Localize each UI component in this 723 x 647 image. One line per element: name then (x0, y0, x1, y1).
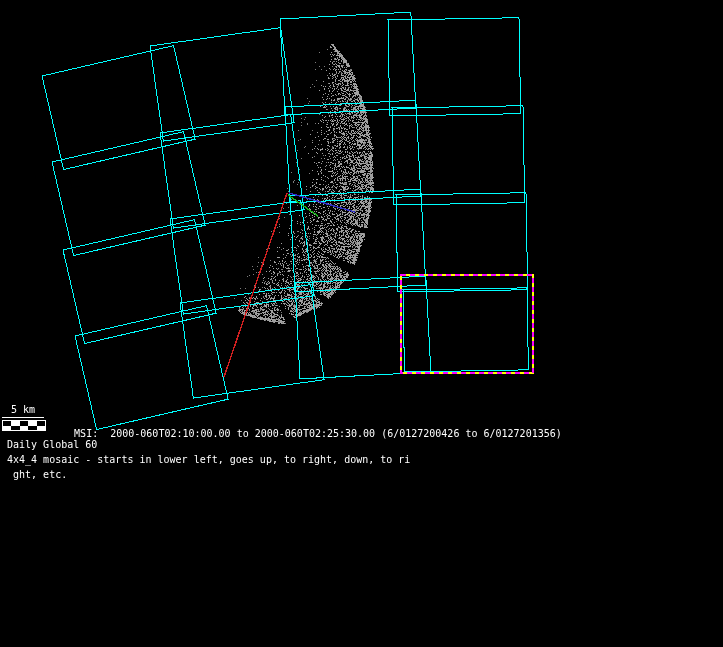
scale-bar-cell (11, 426, 19, 431)
mosaic-description-line-2: ght, etc. (7, 469, 67, 481)
mosaic-description-line-1: 4x4_4 mosaic - starts in lower left, goe… (7, 454, 410, 466)
mosaic-frame-r4c1 (75, 306, 228, 430)
mosaic-frame-r1c1 (42, 46, 195, 170)
scale-bar-checker (2, 420, 46, 431)
mosaic-frame-r1c3 (280, 12, 416, 115)
msi-mosaic-viewer: 5 km MSI: 2000-060T02:10:00.00 to 2000-0… (0, 0, 723, 647)
mosaic-frame-r4c4 (403, 288, 528, 372)
mosaic-frame-r3c2 (170, 201, 314, 314)
sclk-range: (6/0127200426 to 6/0127201356) (375, 428, 562, 439)
sequence-name: Daily Global 60 (7, 439, 97, 451)
status-line: MSI: 2000-060T02:10:00.00 to 2000-060T02… (50, 416, 562, 452)
mosaic-frame-r2c1 (52, 132, 205, 256)
scale-bar-cell (3, 426, 11, 431)
vector-green (288, 195, 318, 216)
mosaic-footprint-plot (0, 0, 723, 647)
vector-red (224, 193, 287, 377)
mosaic-frame-r4c2 (180, 285, 324, 398)
scale-bar-cell (37, 426, 45, 431)
mosaic-frame-r3c1 (63, 220, 216, 344)
observation-time-range: 2000-060T02:10:00.00 to 2000-060T02:25:3… (110, 428, 375, 439)
instrument-label: MSI: (74, 428, 110, 439)
scale-bar-label: 5 km (2, 404, 44, 418)
scale-bar-cell (28, 426, 36, 431)
scale-bar-cell (20, 426, 28, 431)
mosaic-frame-r1c4 (388, 18, 521, 116)
